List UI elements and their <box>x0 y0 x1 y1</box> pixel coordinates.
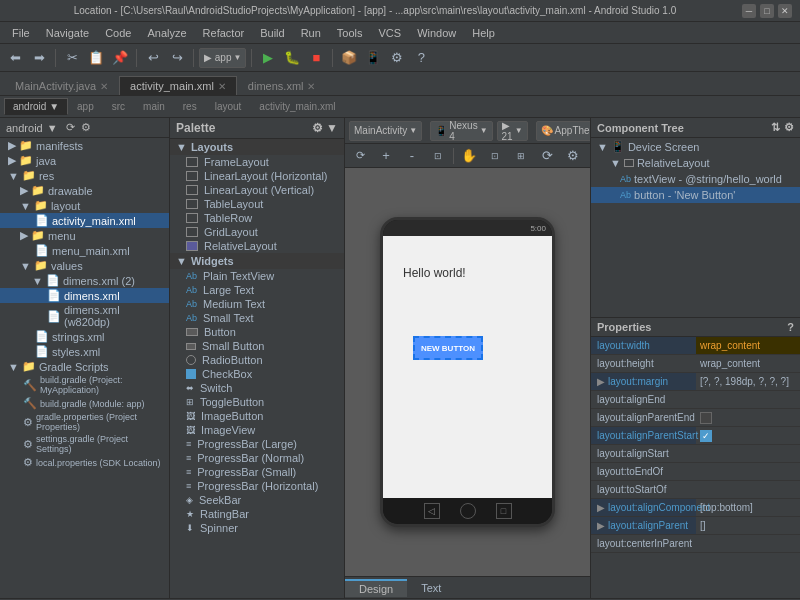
debug-btn[interactable]: 🐛 <box>281 47 303 69</box>
palette-progressbar-horiz[interactable]: ≡ ProgressBar (Horizontal) <box>170 479 344 493</box>
tab-activity-main[interactable]: activity_main.xml ✕ <box>119 76 237 95</box>
menu-vcs[interactable]: VCS <box>371 22 410 44</box>
forward-btn[interactable]: ➡ <box>28 47 50 69</box>
tree-menu[interactable]: ▶ 📁 menu <box>0 228 169 243</box>
palette-checkbox[interactable]: CheckBox <box>170 367 344 381</box>
menu-help[interactable]: Help <box>464 22 503 44</box>
palette-progressbar-large[interactable]: ≡ ProgressBar (Large) <box>170 437 344 451</box>
palette-progressbar-normal[interactable]: ≡ ProgressBar (Normal) <box>170 451 344 465</box>
app-dropdown[interactable]: ▶ app ▼ <box>199 48 246 68</box>
palette-relativelayout[interactable]: RelativeLayout <box>170 239 344 253</box>
tree-local-props[interactable]: ⚙ local.properties (SDK Location) <box>0 455 169 470</box>
tree-layout[interactable]: ▼ 📁 layout <box>0 198 169 213</box>
prop-margin-value[interactable]: [?, ?, 198dp, ?, ?, ?] <box>696 373 800 390</box>
cut-btn[interactable]: ✂ <box>61 47 83 69</box>
prop-height-value[interactable]: wrap_content <box>696 355 800 372</box>
palette-tablerow[interactable]: TableRow <box>170 211 344 225</box>
palette-small-text[interactable]: Ab Small Text <box>170 311 344 325</box>
maximize-btn[interactable]: □ <box>760 4 774 18</box>
tab-activity-main-close[interactable]: ✕ <box>218 81 226 92</box>
ct-relativelayout[interactable]: ▼ RelativeLayout <box>591 155 800 171</box>
palette-section-layouts[interactable]: ▼ Layouts <box>170 139 344 155</box>
menu-build[interactable]: Build <box>252 22 292 44</box>
sdk-mgr-btn[interactable]: 📦 <box>338 47 360 69</box>
stop-btn[interactable]: ■ <box>305 47 327 69</box>
nav-home[interactable] <box>460 503 476 519</box>
menu-refactor[interactable]: Refactor <box>195 22 253 44</box>
tree-activity-main[interactable]: 📄 activity_main.xml <box>0 213 169 228</box>
zoom-fit-btn[interactable]: ⊡ <box>484 145 506 167</box>
menu-analyze[interactable]: Analyze <box>139 22 194 44</box>
settings-btn[interactable]: ⚙ <box>386 47 408 69</box>
tree-gradle-scripts[interactable]: ▼ 📁 Gradle Scripts <box>0 359 169 374</box>
menu-file[interactable]: File <box>4 22 38 44</box>
api-dropdown[interactable]: ▶ 21 ▼ <box>497 121 528 141</box>
menu-window[interactable]: Window <box>409 22 464 44</box>
palette-tablelayout[interactable]: TableLayout <box>170 197 344 211</box>
back-btn[interactable]: ⬅ <box>4 47 26 69</box>
breadcrumb-src[interactable]: src <box>103 98 134 115</box>
menu-code[interactable]: Code <box>97 22 139 44</box>
breadcrumb-android[interactable]: android ▼ <box>4 98 68 115</box>
palette-spinner[interactable]: ⬇ Spinner <box>170 521 344 535</box>
rotate-btn[interactable]: ⟳ <box>349 145 371 167</box>
palette-imagebutton[interactable]: 🖼 ImageButton <box>170 409 344 423</box>
tab-dimens-close[interactable]: ✕ <box>307 81 315 92</box>
zoom-out-btn[interactable]: - <box>401 145 423 167</box>
breadcrumb-res[interactable]: res <box>174 98 206 115</box>
palette-section-widgets[interactable]: ▼ Widgets <box>170 253 344 269</box>
minimize-btn[interactable]: ─ <box>742 4 756 18</box>
prop-ape-value[interactable] <box>696 409 800 426</box>
config-btn[interactable]: ⚙ <box>562 145 584 167</box>
menu-tools[interactable]: Tools <box>329 22 371 44</box>
palette-imageview[interactable]: 🖼 ImageView <box>170 423 344 437</box>
menu-run[interactable]: Run <box>293 22 329 44</box>
prop-ape-checkbox[interactable] <box>700 412 712 424</box>
file-tree-dropdown[interactable]: ▼ <box>47 122 58 134</box>
palette-linearlayout-v[interactable]: LinearLayout (Vertical) <box>170 183 344 197</box>
theme-dropdown[interactable]: 🎨 AppTheme ▼ <box>536 121 590 141</box>
prop-aps-value[interactable]: ✓ <box>696 427 800 444</box>
run-btn[interactable]: ▶ <box>257 47 279 69</box>
prop-ap-value[interactable]: [] <box>696 517 800 534</box>
tab-mainactivity-close[interactable]: ✕ <box>100 81 108 92</box>
file-tree-sync[interactable]: ⟳ <box>66 121 75 134</box>
palette-button[interactable]: Button <box>170 325 344 339</box>
tree-styles[interactable]: 📄 styles.xml <box>0 344 169 359</box>
palette-small-button[interactable]: Small Button <box>170 339 344 353</box>
help-icon-btn[interactable]: ? <box>410 47 432 69</box>
tree-build-module[interactable]: 🔨 build.gradle (Module: app) <box>0 396 169 411</box>
tree-build-project[interactable]: 🔨 build.gradle (Project: MyApplication) <box>0 374 169 396</box>
redo-btn[interactable]: ↪ <box>166 47 188 69</box>
properties-help[interactable]: ? <box>787 321 794 333</box>
prop-width-value[interactable]: wrap_content <box>696 337 800 354</box>
palette-progressbar-small[interactable]: ≡ ProgressBar (Small) <box>170 465 344 479</box>
tree-values[interactable]: ▼ 📁 values <box>0 258 169 273</box>
tree-manifests[interactable]: ▶ 📁 manifests <box>0 138 169 153</box>
zoom-in-btn[interactable]: + <box>375 145 397 167</box>
prop-ac-value[interactable]: [top:bottom] <box>696 499 800 516</box>
avd-btn[interactable]: 📱 <box>362 47 384 69</box>
undo-btn[interactable]: ↩ <box>142 47 164 69</box>
ct-sort-icon[interactable]: ⇅ <box>771 121 780 134</box>
palette-linearlayout-h[interactable]: LinearLayout (Horizontal) <box>170 169 344 183</box>
pan-btn[interactable]: ✋ <box>458 145 480 167</box>
device-dropdown[interactable]: 📱 Nexus 4 ▼ <box>430 121 492 141</box>
activity-dropdown[interactable]: MainActivity ▼ <box>349 121 422 141</box>
tree-res[interactable]: ▼ 📁 res <box>0 168 169 183</box>
fit-btn[interactable]: ⊡ <box>427 145 449 167</box>
prop-ac-expand[interactable]: ▶ <box>597 502 605 513</box>
palette-ratingbar[interactable]: ★ RatingBar <box>170 507 344 521</box>
prop-ae-value[interactable] <box>696 391 800 408</box>
new-button-widget[interactable]: NEW BUTTON <box>413 336 483 360</box>
ct-button[interactable]: Ab button - 'New Button' <box>591 187 800 203</box>
paste-btn[interactable]: 📌 <box>109 47 131 69</box>
palette-switch[interactable]: ⬌ Switch <box>170 381 344 395</box>
menu-navigate[interactable]: Navigate <box>38 22 97 44</box>
refresh-btn[interactable]: ⟳ <box>536 145 558 167</box>
tree-strings[interactable]: 📄 strings.xml <box>0 329 169 344</box>
prop-cip-value[interactable] <box>696 535 800 552</box>
tree-java[interactable]: ▶ 📁 java <box>0 153 169 168</box>
tree-dimens-w820[interactable]: 📄 dimens.xml (w820dp) <box>0 303 169 329</box>
tab-dimens[interactable]: dimens.xml ✕ <box>237 76 327 95</box>
